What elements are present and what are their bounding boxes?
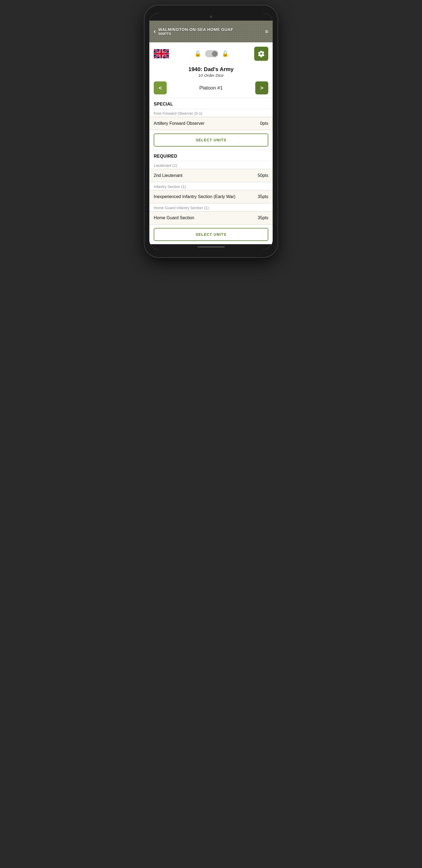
- unit-row-artillery-observer: Artillery Forward Observer 0pts: [149, 117, 273, 130]
- unit-row-lieutenant: 2nd Lieutenant 50pts: [149, 169, 273, 182]
- divider-required-7: [149, 224, 273, 225]
- settings-button[interactable]: [254, 47, 268, 61]
- army-name: 1940: Dad's Army: [154, 66, 268, 72]
- unit-name-infantry-section: Inexperienced Infantry Section (Early Wa…: [154, 194, 258, 199]
- unit-pts-infantry-section: 35pts: [258, 194, 268, 199]
- unit-name-artillery-observer: Artillery Forward Observer: [154, 121, 260, 126]
- unit-name-lieutenant: 2nd Lieutenant: [154, 173, 258, 178]
- platoon-label: Platoon #1: [199, 85, 223, 91]
- flag-row: 🔓 🔓: [149, 42, 273, 64]
- header-title-group: WALMINGTON-ON-SEA HOME GUAF 500PTS: [158, 27, 265, 36]
- toggle-thumb: [212, 51, 218, 56]
- unit-row-home-guard: Home Guard Section 35pts: [149, 211, 273, 224]
- prev-platoon-button[interactable]: <: [154, 82, 167, 94]
- army-title-section: 1940: Dad's Army 10 Order Dice: [149, 64, 273, 78]
- svg-rect-8: [154, 53, 169, 55]
- lock-toggle[interactable]: [205, 50, 218, 57]
- select-units-button-required[interactable]: SELECT UNITS: [154, 228, 268, 241]
- unit-pts-artillery-observer: 0pts: [260, 121, 268, 126]
- select-units-button-special[interactable]: SELECT UNITS: [154, 133, 268, 147]
- category-free-forward-observer: Free Forward Observer (0-1): [149, 109, 273, 117]
- category-infantry-section: Infantry Section (1): [149, 182, 273, 190]
- category-home-guard: Home Guard Infantry Section (1): [149, 204, 273, 211]
- unit-pts-home-guard: 35pts: [258, 215, 268, 220]
- home-indicator: [197, 246, 225, 247]
- next-platoon-button[interactable]: >: [255, 82, 268, 94]
- app-header: ‹ WALMINGTON-ON-SEA HOME GUAF 500PTS ≡: [149, 21, 273, 42]
- phone-frame: ‹ WALMINGTON-ON-SEA HOME GUAF 500PTS ≡: [144, 5, 278, 257]
- lock-left-icon: 🔓: [194, 51, 201, 57]
- platoon-nav: < Platoon #1 >: [149, 78, 273, 98]
- content-area: 🔓 🔓 1940: Dad's Army 10 Order Dice: [149, 42, 273, 244]
- required-section-header: REQUIRED: [149, 150, 273, 161]
- lock-right-icon: 🔓: [222, 51, 229, 57]
- back-button[interactable]: ‹: [154, 28, 156, 35]
- divider-special-3: [149, 130, 273, 130]
- lock-toggle-group: 🔓 🔓: [169, 50, 254, 57]
- header-title: WALMINGTON-ON-SEA HOME GUAF: [158, 27, 265, 32]
- category-lieutenant: Lieutenant (1): [149, 161, 273, 169]
- unit-pts-lieutenant: 50pts: [258, 173, 268, 178]
- bottom-bar: [149, 244, 273, 250]
- unit-row-infantry-section: Inexperienced Infantry Section (Early Wa…: [149, 190, 273, 203]
- special-section-header: SPECIAL: [149, 98, 273, 109]
- header-subtitle: 500PTS: [158, 32, 265, 36]
- unit-name-home-guard: Home Guard Section: [154, 215, 258, 220]
- menu-button[interactable]: ≡: [265, 29, 268, 34]
- camera-dot: [209, 16, 213, 18]
- country-flag: [154, 49, 169, 59]
- army-order-dice: 10 Order Dice: [154, 73, 268, 78]
- status-bar: [149, 13, 273, 21]
- gear-icon: [258, 50, 265, 57]
